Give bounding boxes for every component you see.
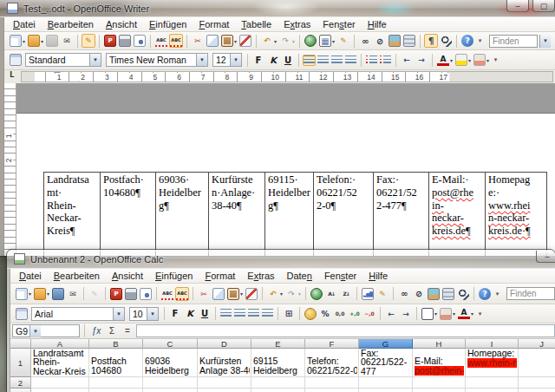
cell-C1[interactable]: 69036Heidelberg	[143, 349, 198, 377]
tab-stop-icon[interactable]: L	[10, 70, 14, 79]
cell-E2[interactable]	[251, 377, 305, 389]
copy-button[interactable]	[206, 34, 219, 48]
styles-panel-button[interactable]	[15, 307, 29, 321]
cell-H1[interactable]: E-Mail:post@rhein-ne	[413, 349, 466, 377]
vertical-ruler[interactable]: 12	[4, 83, 16, 256]
cell-C2[interactable]	[143, 377, 198, 389]
menu-tabelle[interactable]: Tabelle	[235, 18, 278, 30]
row-header-3[interactable]: 3	[10, 389, 31, 392]
cell-D1[interactable]: KurfürstenAnlage 38-40	[198, 349, 251, 377]
help-button[interactable]: ?	[460, 34, 474, 48]
chevron-down-icon[interactable]: ▼	[230, 54, 241, 66]
auto-spellcheck-button[interactable]: ABC	[169, 34, 183, 48]
cell-G3[interactable]	[359, 389, 413, 392]
undo-button[interactable]: ↶▾	[266, 287, 284, 301]
grid-corner-box[interactable]	[10, 339, 31, 349]
insert-table-button[interactable]: ▦▾	[318, 34, 336, 48]
menu-einfugen[interactable]: Einfügen	[149, 270, 199, 282]
menu-fenster[interactable]: Fenster	[318, 270, 362, 282]
gallery-button[interactable]	[427, 287, 441, 301]
chevron-down-icon[interactable]: ▾	[292, 38, 295, 44]
menu-ansicht[interactable]: Ansicht	[100, 18, 143, 30]
new-document-button[interactable]: ▾	[9, 34, 26, 48]
chevron-down-icon[interactable]: ▾	[23, 38, 25, 44]
draw-functions-button[interactable]: ✎	[336, 34, 350, 48]
cut-button[interactable]: ✂	[191, 34, 205, 48]
gallery-button[interactable]	[388, 34, 402, 48]
writer-titlebar[interactable]: Test_..odt - OpenOffice Writer	[0, 0, 555, 17]
cell-F3[interactable]	[305, 389, 359, 392]
column-header-a[interactable]: A	[31, 339, 89, 349]
column-header-j[interactable]: J	[519, 339, 555, 349]
sort-ascending-button[interactable]: A↓	[324, 287, 338, 301]
maximize-button[interactable]: ▢	[532, 0, 555, 12]
column-header-g[interactable]: G	[359, 339, 413, 349]
increase-indent-button[interactable]: →	[415, 53, 428, 67]
menu-format[interactable]: Format	[193, 18, 235, 30]
bold-button[interactable]: F	[251, 53, 265, 67]
page-preview-button[interactable]	[133, 34, 147, 48]
cell-F1[interactable]: Telefon:06221/522-0	[305, 349, 359, 377]
menu-bearbeiten[interactable]: Bearbeiten	[48, 270, 106, 282]
add-decimal-button[interactable]: +,0	[348, 307, 362, 321]
chevron-down-icon[interactable]: ▼	[539, 35, 551, 48]
help-button[interactable]: ?	[478, 287, 492, 301]
table-cell[interactable]: 69036·Heidelberg¶	[156, 173, 209, 256]
cell-A3[interactable]	[31, 389, 89, 392]
styles-panel-button[interactable]	[9, 53, 23, 67]
cell-B2[interactable]	[89, 377, 143, 389]
spellcheck-button[interactable]: ABC	[160, 287, 174, 301]
cell-C3[interactable]	[143, 389, 198, 392]
send-email-button[interactable]: ✉	[60, 34, 74, 48]
hyperlink-text[interactable]: post@rhein-ne	[415, 366, 464, 376]
chevron-down-icon[interactable]: ▼	[29, 325, 41, 337]
sum-button[interactable]: Σ	[105, 325, 119, 337]
draw-functions-button[interactable]: ✎	[375, 287, 389, 301]
highlighting-button[interactable]: ▾	[454, 53, 472, 67]
format-paintbrush-button[interactable]	[245, 287, 258, 301]
align-center-button[interactable]	[317, 55, 330, 66]
chevron-down-icon[interactable]: ▾	[486, 57, 489, 63]
chevron-down-icon[interactable]: ▾	[468, 57, 471, 63]
menu-extras[interactable]: Extras	[278, 18, 317, 30]
column-header-h[interactable]: H	[413, 339, 466, 349]
cell-D3[interactable]	[198, 389, 251, 392]
chevron-down-icon[interactable]: ▾	[41, 38, 43, 44]
align-right-button[interactable]	[247, 308, 260, 319]
cell-H3[interactable]	[413, 389, 466, 392]
formula-input-line[interactable]	[136, 324, 555, 337]
print-button[interactable]	[124, 287, 138, 301]
print-button[interactable]	[118, 34, 132, 48]
column-header-c[interactable]: C	[143, 339, 198, 349]
format-paintbrush-button[interactable]	[238, 34, 252, 48]
menu-daten[interactable]: Daten	[281, 270, 318, 282]
chevron-down-icon[interactable]: ▾	[29, 291, 31, 297]
table-cell[interactable]: Landratsamt·Rhein-Neckar-Kreis¶	[44, 173, 101, 256]
currency-format-button[interactable]	[304, 307, 317, 321]
cell-E1[interactable]: 69115Heidelberg	[251, 349, 305, 377]
calc-titlebar[interactable]: Unbenannt 2 - OpenOffice Calc	[7, 250, 555, 269]
table-cell[interactable]: Telefon:·06221/522-0¶	[314, 173, 374, 256]
cell-B1[interactable]: Postfach104680	[89, 349, 143, 377]
align-left-button[interactable]	[219, 308, 232, 319]
toolbar-overflow-button[interactable]: ▾	[475, 307, 485, 321]
menu-format[interactable]: Format	[199, 270, 241, 282]
column-header-d[interactable]: D	[198, 339, 251, 349]
justify-button[interactable]	[261, 308, 274, 319]
font-name-combo[interactable]: Arial▼	[31, 307, 125, 321]
borders-button[interactable]: ▾	[421, 307, 438, 321]
table-cell[interactable]: Homepage:·www.rhein-neckar-kreis.de·¶	[486, 173, 546, 256]
chevron-down-icon[interactable]: ▾	[280, 291, 283, 297]
spellcheck-button[interactable]: ABC	[154, 34, 168, 48]
cell-A2[interactable]	[31, 377, 89, 389]
open-button[interactable]: ▾	[33, 287, 50, 301]
background-color-button[interactable]: ▾	[473, 53, 490, 67]
table-cell[interactable]: Kurfürsten·Anlage·38-40¶	[209, 173, 265, 256]
minimize-button[interactable]: –	[536, 251, 555, 263]
zoom-button[interactable]	[439, 34, 453, 48]
font-color-button[interactable]: A▾	[457, 307, 474, 320]
chevron-down-icon[interactable]: ▾	[471, 310, 473, 317]
menu-einfugen[interactable]: Einfügen	[143, 18, 193, 30]
justify-button[interactable]	[344, 55, 357, 66]
align-left-button[interactable]	[303, 55, 316, 66]
